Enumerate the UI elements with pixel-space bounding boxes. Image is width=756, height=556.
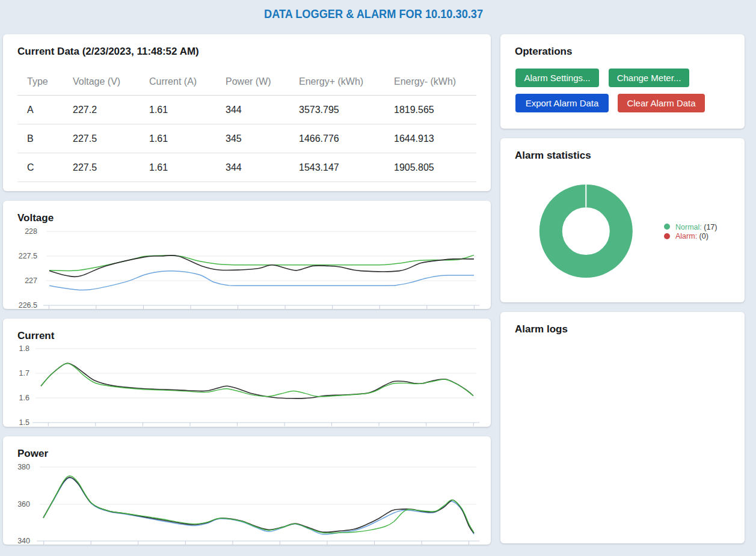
svg-text:1.7: 1.7 [19,369,29,377]
svg-text:226.5: 226.5 [19,301,37,309]
svg-text:1.6: 1.6 [19,394,29,402]
svg-text:360: 360 [17,500,30,509]
svg-text:228: 228 [25,227,37,236]
svg-text:227: 227 [25,276,37,285]
svg-text:380: 380 [17,463,30,471]
svg-text:227.5: 227.5 [19,252,37,260]
svg-text:Voltage: Voltage [17,212,54,224]
svg-text:1.8: 1.8 [19,344,29,353]
svg-text:Current: Current [17,330,55,341]
svg-text:Power: Power [17,448,48,459]
svg-text:1.5: 1.5 [19,418,29,427]
svg-text:340: 340 [17,537,30,545]
